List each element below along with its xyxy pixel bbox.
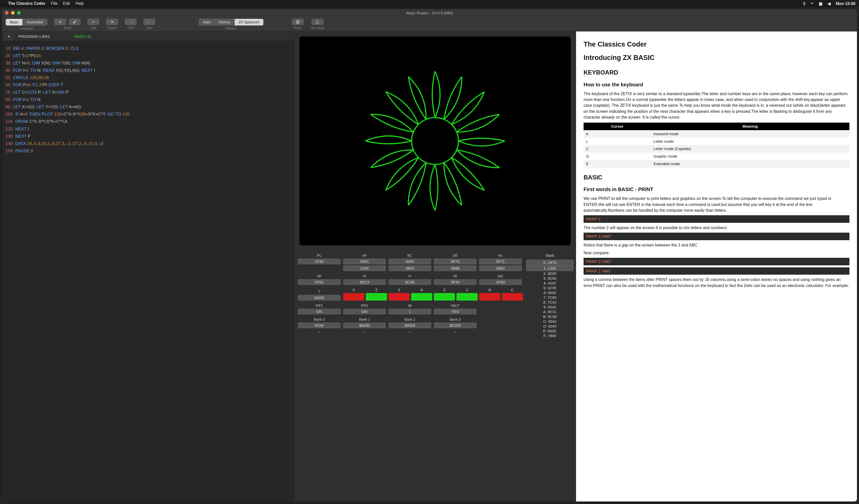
delete-label: Delete [108,26,117,30]
stack-row: D: 4240 [526,324,574,329]
file-bar: ▸ PROGRAM-1.BAS BASIC ok. [2,31,294,41]
stack-row: 1: 1303 [526,265,574,271]
next-button[interactable]: 〉 [143,19,155,25]
stack-row: 2: 3E00 [526,271,574,276]
flag-3 [434,293,455,301]
stack-row: 0: 1B76 [526,260,574,265]
doc-p4: Using a comma between the items after PR… [584,277,849,288]
doc-p3b: Now compare: [584,250,849,256]
flag-C [502,293,523,301]
menu-help[interactable]: Help [76,1,84,6]
reg-IY: IY5C3A [389,274,431,285]
flag-V [456,293,478,301]
stack-row: C: 4042 [526,319,574,324]
delete-button[interactable]: ✕ [106,19,118,25]
flag-S [343,293,364,301]
wifi-icon[interactable]: ⌔ [811,1,813,6]
cmd-1: PRINT 2 [584,215,849,223]
debugger-panel: PC1F3D AF005C2165BC000036F0DE5F76369BHL5… [294,250,576,341]
reg-PC: PC1F3D [298,254,341,271]
table-row: LLetter mode [584,138,849,145]
bank-Bank 3: Bank 3$C000-- [434,318,477,334]
reg-IX: IX5EC3 [343,274,386,285]
add-button[interactable]: ＋ [87,19,100,25]
emulator-pane: PC1F3D AF005C2165BC000036F0DE5F76369BHL5… [294,31,576,502]
table-row: CLetter mode (Capitals) [584,145,849,153]
doc-p2: The number 2 will appear on the screen.I… [584,225,849,231]
bank-Bank 0: Bank 0ROM-- [298,318,341,334]
cmd-2: PRINT 2,"ABC" [584,233,849,240]
platform-zx[interactable]: ZX Spectrum [235,19,263,26]
language-label: Language [20,27,33,30]
editor-group: ≡ 🖌 Editor [54,19,81,30]
stack-row: 4: 4242 [526,281,574,286]
airdrop-icon[interactable]: ⇪ [803,1,806,6]
language-basic[interactable]: Basic [6,19,22,26]
doc-title: The Classics Coder [584,40,849,49]
menu-edit[interactable]: Edit [63,1,70,6]
prev-label: Prev [127,26,134,30]
output-graphic [357,63,513,219]
reg-IFF2: IFF2ON [343,304,386,315]
prev-button[interactable]: 〈 [125,19,137,25]
next-label: Next [146,26,153,30]
volume-icon[interactable]: ◀ [828,1,831,6]
reg-WZ: WZ1F3D [479,274,522,285]
stack-row: E: 003C [526,329,574,333]
reg-DE: DE5F76369B [434,254,477,271]
doc-h-keyboard: KEYBOARD [584,68,849,77]
flag-Z [366,293,387,301]
control-center-icon[interactable]: ▣ [819,1,823,6]
file-name: PROGRAM-1.BAS [18,34,49,39]
doc-p-kb: The keyboard of the ZETIX is very simila… [584,91,849,120]
reset-button[interactable]: ⏻ [292,19,304,25]
reset-label: Reset [294,26,302,30]
doc-h-first: First words in BASIC - PRINT [584,186,849,193]
stack-row: A: 007C [526,309,574,314]
cmd-4: PRINT 2 "ABC" [584,268,849,275]
cmd-3: PRINT 2;"ABC" [584,258,849,265]
fast-mode-button[interactable]: ⍓ [312,19,323,25]
bank-Bank 2: Bank 2$8000-- [389,318,431,334]
reg-IFF1: IFF1ON [298,304,341,315]
stack-row: 7: 7C00 [526,295,574,300]
run-button[interactable]: ▸ [5,33,13,39]
flag-5 [389,293,410,301]
window-title: Basic Project - ZX 0.9 [48K] [2,11,857,15]
stack-row: 3: 3C00 [526,276,574,281]
doc-p-first: We use PRINT to tell the computer to pri… [584,196,849,213]
reg-AF: AF005C2165 [343,254,386,271]
svg-point-0 [412,118,458,164]
menu-file[interactable]: File [51,1,58,6]
reg-HALT: HALTYES [434,304,477,315]
platform-vectrex[interactable]: Vectrex [214,19,235,26]
reg-HL: HL5F715953 [479,254,522,271]
stack-row: B: 3C00 [526,314,574,319]
doc-pane[interactable]: The Classics Coder Introducing ZX BASIC … [576,31,857,502]
menubar-clock[interactable]: Mon 15:55 [836,1,856,6]
code-editor[interactable]: 10 INK 4: PAPER 0: BORDER 0: CLS 20 LET … [2,41,294,502]
stack-row: 5: 427E [526,286,574,290]
editor-label: Editor [64,26,72,30]
app-name[interactable]: The Classics Coder [8,1,46,6]
editor-brush-button[interactable]: 🖌 [69,19,81,25]
platform-atari[interactable]: Atari [199,19,214,26]
stack-row: 6: 0042 [526,290,574,295]
bank-Bank 1: Bank 1$4000-- [343,318,386,334]
add-label: Add [91,26,96,30]
reg-IM: IM1 [389,304,431,315]
stack-panel: Stack 0: 1B761: 13032: 3E003: 3C004: 424… [526,254,574,338]
platform-group: Atari Vectrex ZX Spectrum Platform [199,19,263,30]
editor-lines-button[interactable]: ≡ [54,19,66,25]
flag-N [479,293,500,301]
platform-label: Platform [226,27,237,30]
language-group: Basic Assembler Language [5,19,48,30]
doc-h-basic: BASIC [584,173,849,182]
language-assembler[interactable]: Assembler [22,19,47,26]
editor-pane: ▸ PROGRAM-1.BAS BASIC ok. 10 INK 4: PAPE… [2,31,294,502]
doc-h-use: How to use the keyboard [584,81,849,88]
reg-SP: SPFF52 [298,274,341,285]
stack-row: F: 7800 [526,333,574,338]
reg-IR: IR3F20 [434,274,477,285]
table-row: KKeyword mode [584,130,849,138]
